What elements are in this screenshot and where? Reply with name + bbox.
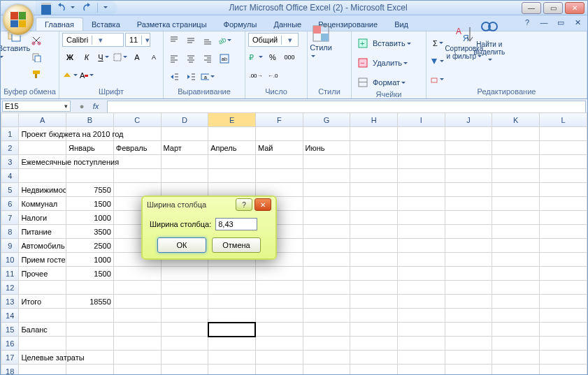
column-header[interactable]: H — [350, 113, 398, 127]
cell[interactable] — [398, 267, 445, 281]
cell[interactable] — [161, 351, 208, 365]
cell[interactable] — [445, 239, 492, 253]
row-header[interactable]: 6 — [1, 197, 19, 211]
cell[interactable] — [540, 323, 587, 337]
cell[interactable] — [445, 323, 492, 337]
insert-function-icon[interactable]: fx — [90, 101, 101, 112]
cell[interactable] — [350, 155, 398, 169]
cell[interactable] — [350, 295, 398, 309]
cell[interactable] — [492, 295, 540, 309]
cell[interactable] — [255, 183, 303, 197]
name-box[interactable]: E15 ▾ — [2, 101, 71, 112]
save-icon[interactable] — [41, 3, 51, 13]
row-header[interactable]: 8 — [1, 225, 19, 239]
cell[interactable] — [113, 155, 161, 169]
increase-decimal-icon[interactable]: .00→ — [248, 68, 264, 83]
tab-главная[interactable]: Главная — [36, 17, 83, 31]
cell[interactable] — [398, 197, 445, 211]
cell[interactable]: 18550 — [66, 295, 114, 309]
row-header[interactable]: 10 — [1, 253, 19, 267]
cell[interactable] — [303, 309, 350, 323]
cell[interactable]: 1500 — [66, 267, 114, 281]
cell[interactable] — [208, 155, 256, 169]
cell[interactable] — [208, 365, 256, 375]
cell[interactable] — [208, 295, 256, 309]
cell[interactable] — [303, 239, 350, 253]
align-bottom-icon[interactable] — [200, 33, 215, 48]
cell[interactable] — [445, 267, 492, 281]
cell[interactable] — [350, 337, 398, 351]
cell[interactable] — [540, 183, 587, 197]
format-painter-icon[interactable] — [29, 66, 44, 82]
cell[interactable]: Проект бюджета на 2010 год — [19, 127, 66, 141]
close-workbook-icon[interactable]: ✕ — [572, 17, 583, 28]
cell[interactable] — [303, 295, 350, 309]
tab-формулы[interactable]: Формулы — [215, 18, 266, 31]
cell[interactable] — [540, 337, 587, 351]
undo-icon[interactable] — [55, 3, 65, 13]
align-middle-icon[interactable] — [183, 33, 199, 48]
cell[interactable] — [255, 155, 303, 169]
cell[interactable] — [208, 337, 256, 351]
row-header[interactable]: 1 — [1, 127, 19, 141]
cell[interactable] — [540, 365, 587, 375]
cell[interactable] — [492, 197, 540, 211]
dialog-ok-button[interactable]: ОК — [157, 237, 206, 253]
increase-indent-icon[interactable] — [183, 69, 199, 84]
cell[interactable] — [445, 365, 492, 375]
row-header[interactable]: 9 — [1, 239, 19, 253]
cell[interactable] — [255, 365, 303, 375]
cell[interactable] — [303, 323, 350, 337]
column-header[interactable]: F — [255, 113, 303, 127]
cell[interactable] — [161, 337, 208, 351]
cell[interactable] — [540, 141, 587, 155]
cell[interactable] — [303, 337, 350, 351]
cell[interactable] — [445, 309, 492, 323]
cell[interactable] — [350, 183, 398, 197]
cell[interactable] — [445, 337, 492, 351]
cell[interactable] — [19, 281, 66, 295]
cell[interactable] — [113, 295, 161, 309]
fill-button[interactable] — [429, 54, 445, 69]
row-header[interactable]: 13 — [1, 295, 19, 309]
worksheet-grid[interactable]: ABCDEFGHIJKL 1Проект бюджета на 2010 год… — [1, 112, 587, 374]
redo-icon[interactable] — [83, 3, 93, 13]
cell[interactable] — [492, 169, 540, 183]
autosum-button[interactable]: Σ — [429, 36, 447, 51]
cell[interactable] — [350, 197, 398, 211]
cell[interactable] — [492, 253, 540, 267]
cell[interactable] — [492, 127, 540, 141]
cell[interactable] — [398, 141, 445, 155]
cell[interactable] — [492, 183, 540, 197]
font-name-combo[interactable]: Calibri▾ — [62, 33, 124, 47]
cell[interactable]: Целевые затраты — [19, 351, 66, 365]
row-header[interactable]: 18 — [1, 365, 19, 375]
row-header[interactable]: 16 — [1, 337, 19, 351]
cut-icon[interactable] — [29, 33, 44, 48]
comma-style-icon[interactable]: 000 — [282, 50, 297, 65]
cell[interactable] — [492, 281, 540, 295]
cell[interactable] — [303, 211, 350, 225]
align-left-icon[interactable] — [166, 51, 182, 66]
cell[interactable] — [445, 225, 492, 239]
column-header[interactable]: E — [208, 113, 256, 127]
column-header[interactable]: J — [445, 113, 492, 127]
cell[interactable]: Недвижимость — [19, 183, 66, 197]
cell[interactable] — [113, 281, 161, 295]
cell[interactable] — [113, 309, 161, 323]
insert-cells-button[interactable]: + — [354, 36, 371, 51]
cell[interactable] — [445, 155, 492, 169]
cell[interactable] — [19, 337, 66, 351]
cell[interactable] — [540, 197, 587, 211]
align-top-icon[interactable] — [166, 33, 182, 48]
cell[interactable] — [208, 281, 256, 295]
column-header[interactable]: I — [398, 113, 445, 127]
cell[interactable] — [161, 183, 208, 197]
cell[interactable] — [255, 169, 303, 183]
cell[interactable] — [350, 351, 398, 365]
cell[interactable] — [303, 225, 350, 239]
cell[interactable] — [19, 141, 66, 155]
cell[interactable] — [255, 309, 303, 323]
row-header[interactable]: 12 — [1, 281, 19, 295]
dialog-cancel-button[interactable]: Отмена — [212, 237, 261, 253]
